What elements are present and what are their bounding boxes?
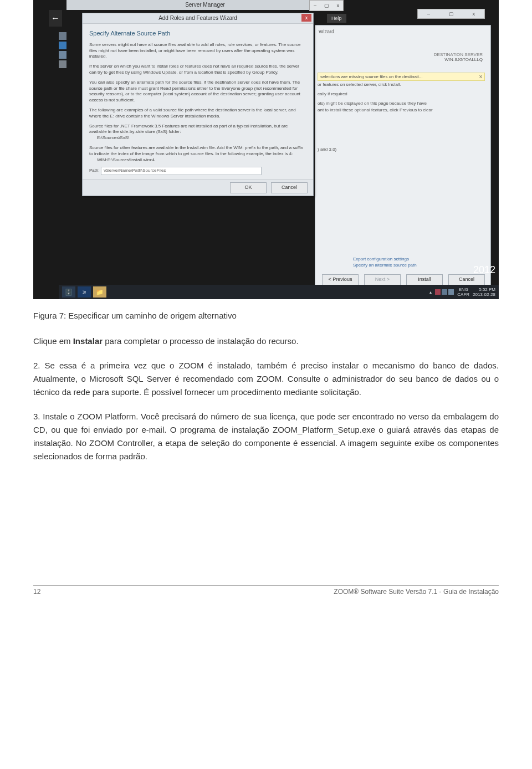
minimize-icon[interactable]: – <box>314 3 316 8</box>
body-text: 3. Instale o ZOOM Platform. Você precisa… <box>33 410 499 463</box>
window-controls[interactable]: – ▢ x <box>309 0 344 11</box>
dialog-text: Some servers might not have all source f… <box>89 42 306 60</box>
maximize-icon[interactable]: ▢ <box>449 11 454 17</box>
server-manager-taskbar-icon[interactable]: 🗄️ <box>62 286 75 298</box>
footer-text: ZOOM® Software Suite Versão 7.1 - Guia d… <box>334 588 499 596</box>
dialog-text: If the server on which you want to insta… <box>89 64 306 76</box>
document-body: Figura 7: Especificar um caminho de orig… <box>33 309 499 463</box>
close-icon[interactable]: x <box>337 3 340 8</box>
minimize-icon[interactable]: – <box>427 11 430 17</box>
wizard-links: Export configuration settings Specify an… <box>353 257 417 269</box>
wizard-window-controls[interactable]: – ▢ x <box>417 9 485 19</box>
clock-time[interactable]: 5:52 PM <box>473 287 495 292</box>
install-button[interactable]: Install <box>406 274 443 285</box>
tray-up-icon[interactable]: ▴ <box>429 290 432 295</box>
path-input[interactable]: \\ServerName\Path\SourceFiles <box>101 167 262 175</box>
ok-button[interactable]: OK <box>230 182 267 193</box>
alternate-source-dialog: Add Roles and Features Wizard x Specify … <box>82 13 314 196</box>
explorer-taskbar-icon[interactable]: 📁 <box>93 286 106 298</box>
language-indicator[interactable]: ENG <box>457 287 469 292</box>
previous-button[interactable]: < Previous <box>322 274 359 285</box>
taskbar[interactable]: 🗄️ ≥ 📁 ▴ ENG CAFR 5:52 PM 2013-02-28 <box>59 285 499 299</box>
dialog-text: You can also specify an alternate path f… <box>89 80 306 104</box>
powershell-taskbar-icon[interactable]: ≥ <box>78 286 91 298</box>
dialog-titlebar[interactable]: Add Roles and Features Wizard x <box>83 13 313 24</box>
body-text: 2. Se essa é a primeira vez que o ZOOM é… <box>33 359 499 399</box>
specify-source-link[interactable]: Specify an alternate source path <box>353 263 417 268</box>
page-number: 12 <box>33 588 40 596</box>
body-text: para completar o processo de instalação … <box>103 336 299 346</box>
screenshot-windows-server: ← Server Manager – ▢ x Help – ▢ x Wizard… <box>33 0 499 299</box>
tray-icons[interactable] <box>435 289 454 295</box>
group-icon[interactable] <box>59 51 66 59</box>
page-footer: 12 ZOOM® Software Suite Versão 7.1 - Gui… <box>33 585 499 596</box>
cancel-button[interactable]: Cancel <box>448 274 485 285</box>
destination-server-label: DESTINATION SERVER WIN-8JGTOALLLQ <box>434 52 483 62</box>
wizard-partial-text: or features on selected server, click In… <box>318 82 485 153</box>
figure-caption: Figura 7: Especificar um caminho de orig… <box>33 309 499 322</box>
network-icon[interactable] <box>442 289 447 295</box>
keyboard-indicator[interactable]: CAFR <box>457 292 469 297</box>
sound-icon[interactable] <box>448 289 454 295</box>
export-config-link[interactable]: Export configuration settings <box>353 257 417 262</box>
warning-banner: selections are missing source files on t… <box>318 73 485 81</box>
sidebar-icons <box>59 32 69 68</box>
next-button: Next > <box>364 274 401 285</box>
help-menu[interactable]: Help <box>327 14 346 23</box>
body-text: Clique em <box>33 336 73 346</box>
path-label: Path: <box>89 168 100 173</box>
info-icon[interactable] <box>59 42 66 49</box>
windows-year: 2012 <box>473 264 495 276</box>
flag-icon[interactable] <box>435 289 441 295</box>
dashboard-icon[interactable] <box>59 32 66 40</box>
warning-text: selections are missing source files on t… <box>320 74 423 79</box>
server-icon[interactable] <box>59 60 66 68</box>
banner-close-icon[interactable]: X <box>479 74 482 79</box>
close-icon[interactable]: x <box>473 11 475 17</box>
cancel-button[interactable]: Cancel <box>271 182 308 193</box>
wizard-window-background: – ▢ x Wizard DESTINATION SERVER WIN-8JGT… <box>315 25 491 289</box>
wizard-word: Wizard <box>319 29 334 34</box>
dialog-text: Source files for .NET Framework 3.5 Feat… <box>89 124 306 141</box>
maximize-icon[interactable]: ▢ <box>324 3 329 8</box>
close-icon[interactable]: x <box>301 14 311 22</box>
dialog-title: Add Roles and Features Wizard <box>158 15 237 21</box>
clock-date[interactable]: 2013-02-28 <box>473 292 495 297</box>
body-text-bold: Instalar <box>73 336 103 346</box>
back-icon[interactable]: ← <box>49 10 62 27</box>
dialog-heading: Specify Alternate Source Path <box>89 29 306 38</box>
path-row: Path: \\ServerName\Path\SourceFiles <box>89 167 306 175</box>
dialog-text: Source files for other features are avai… <box>89 145 306 163</box>
dialog-text: The following are examples of a valid so… <box>89 107 306 120</box>
